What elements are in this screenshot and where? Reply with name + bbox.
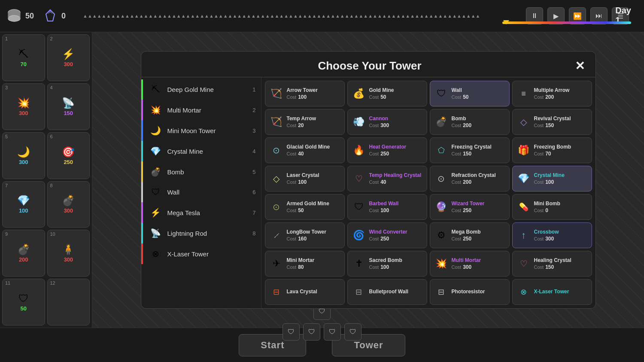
card-crossbow[interactable]: ↑ Crossbow Cost 300 xyxy=(512,222,592,248)
sidebar-slot-10[interactable]: 10 🧍 300 xyxy=(47,230,90,277)
card-name-multiple-arrow: Multiple Arrow xyxy=(534,87,570,94)
card-icon-freezing-crystal: ⬠ xyxy=(434,146,448,155)
slot-icon-6: 🎯 xyxy=(62,146,75,158)
slot-cost-4: 150 xyxy=(64,110,73,116)
card-icon-longbow-tower: ⟋ xyxy=(270,231,283,240)
card-heat-generator[interactable]: 🔥 Heat Generator Cost 250 xyxy=(347,137,427,163)
sidebar-slot-8[interactable]: 8 💣 300 xyxy=(47,181,90,228)
card-icon-wind-converter: 🌀 xyxy=(352,230,366,241)
card-longbow-tower[interactable]: ⟋ LongBow Tower Cost 160 xyxy=(265,222,345,248)
slot-icon-1: ⛏ xyxy=(18,48,29,60)
card-healing-crystal[interactable]: ♡ Healing Crystal Cost 150 xyxy=(512,251,592,277)
card-icon-glacial-gold-mine: ⊙ xyxy=(270,145,283,155)
card-freezing-bomb[interactable]: 🎁 Freezing Bomb Cost 70 xyxy=(512,137,592,163)
card-name-wall: Wall xyxy=(452,87,469,94)
list-item-x-laser[interactable]: ⊗ X-Laser Tower xyxy=(141,243,261,264)
list-item-mega-tesla[interactable]: ⚡ Mega Tesla 7 xyxy=(141,202,261,223)
sidebar-slot-3[interactable]: 3 💥 300 xyxy=(2,83,45,130)
card-icon-wizard-tower: 🔮 xyxy=(434,201,448,213)
sidebar-slot-12[interactable]: 12 xyxy=(47,279,90,325)
svg-point-2 xyxy=(8,15,20,21)
list-item-multi-mortar[interactable]: 💥 Multi Mortar 2 xyxy=(141,100,261,120)
card-name-freezing-bomb: Freezing Bomb xyxy=(534,144,571,151)
slot-icon-8: 💣 xyxy=(62,195,75,207)
slot-icon-5: 🌙 xyxy=(17,146,30,158)
card-icon-mini-mortar: ✈ xyxy=(270,258,283,269)
slot-num-1: 1 xyxy=(5,36,8,41)
card-icon-heat-generator: 🔥 xyxy=(352,145,366,156)
card-refraction-crystal[interactable]: ⊙ Refraction Crystal Cost 200 xyxy=(430,166,510,192)
card-mega-bomb[interactable]: ⚙ Mega Bomb Cost 250 xyxy=(430,222,510,248)
card-mini-mortar[interactable]: ✈ Mini Mortar Cost 80 xyxy=(265,251,345,277)
sidebar-slot-6[interactable]: 6 🎯 250 xyxy=(47,132,90,179)
list-icon-x-laser: ⊗ xyxy=(149,249,162,259)
list-name-mini-moon: Mini Moon Tower xyxy=(167,127,216,134)
crystal-icon xyxy=(43,8,58,24)
card-name-heat-generator: Heat Generator xyxy=(369,144,407,151)
card-arrow-tower[interactable]: 🏹 Arrow Tower Cost 100 xyxy=(265,81,345,106)
card-icon-laser-crystal: ◇ xyxy=(270,173,283,184)
list-name-wall: Wall xyxy=(167,189,180,196)
card-temp-healing-crystal[interactable]: ♡ Temp Healing Crystal Cost 40 xyxy=(347,166,427,192)
sidebar-slot-7[interactable]: 7 💎 100 xyxy=(2,181,45,228)
card-cannon[interactable]: 💨 Cannon Cost 300 xyxy=(347,109,427,135)
card-barbed-wall[interactable]: 🛡 Barbed Wall Cost 100 xyxy=(347,194,427,220)
sidebar-slot-2[interactable]: 2 ⚡ 300 xyxy=(47,34,90,81)
card-name-x-laser-tower: X-Laser Tower xyxy=(534,289,569,295)
card-mini-bomb[interactable]: 💊 Mini Bomb Cost 0 xyxy=(512,194,592,220)
list-icon-lightning-rod: 📡 xyxy=(149,228,162,238)
card-icon-crystal-mine: 💎 xyxy=(517,173,531,184)
list-item-mini-moon[interactable]: 🌙 Mini Moon Tower 3 xyxy=(141,120,261,141)
day-bar xyxy=(502,20,631,25)
list-item-wall[interactable]: 🛡 Wall 6 xyxy=(141,182,261,202)
card-wall[interactable]: 🛡 Wall Cost 50 xyxy=(430,81,510,106)
sidebar-slot-1[interactable]: 1 ⛏ 70 xyxy=(2,34,45,81)
list-item-deep-gold-mine[interactable]: ⛏ Deep Gold Mine 1 xyxy=(141,79,261,100)
card-icon-barbed-wall: 🛡 xyxy=(352,201,366,213)
card-name-temp-healing-crystal: Temp Healing Crystal xyxy=(369,172,422,179)
card-name-laser-crystal: Laser Crystal xyxy=(287,172,319,179)
card-name-crystal-mine: Crystal Mine xyxy=(534,172,565,179)
slot-num-10: 10 xyxy=(50,231,55,237)
list-icon-wall: 🛡 xyxy=(149,187,162,197)
list-icon-mega-tesla: ⚡ xyxy=(149,207,162,218)
slot-cost-8: 300 xyxy=(64,207,73,214)
card-name-wizard-tower: Wizard Tower xyxy=(452,201,485,207)
modal-close-button[interactable]: ✕ xyxy=(575,60,585,72)
card-glacial-gold-mine[interactable]: ⊙ Glacial Gold Mine Cost 40 xyxy=(265,137,345,163)
list-num-6: 6 xyxy=(252,189,255,195)
card-multi-mortar[interactable]: 💥 Multi Mortar Cost 300 xyxy=(430,251,510,277)
slot-icon-4: 📡 xyxy=(62,97,75,109)
card-photoresistor[interactable]: ⊟ Photoresistor xyxy=(430,279,510,305)
card-name-longbow-tower: LongBow Tower xyxy=(287,229,326,236)
card-wizard-tower[interactable]: 🔮 Wizard Tower Cost 250 xyxy=(430,194,510,220)
card-freezing-crystal[interactable]: ⬠ Freezing Crystal Cost 150 xyxy=(430,137,510,163)
card-sacred-bomb[interactable]: ✝ Sacred Bomb Cost 100 xyxy=(347,251,427,277)
card-multiple-arrow[interactable]: ≡ Multiple Arrow Cost 200 xyxy=(512,81,592,106)
slot-num-7: 7 xyxy=(5,183,8,188)
card-bomb[interactable]: 💣 Bomb Cost 200 xyxy=(430,109,510,135)
sidebar: 1 ⛏ 70 2 ⚡ 300 3 💥 300 4 📡 150 5 🌙 300 6… xyxy=(0,32,92,328)
card-armed-gold-mine[interactable]: ⊙ Armed Gold Mine Cost 50 xyxy=(265,194,345,220)
slot-num-4: 4 xyxy=(50,85,53,90)
card-lava-crystal[interactable]: ⊟ Lava Crystal xyxy=(265,279,345,305)
slot-cost-5: 300 xyxy=(19,159,28,165)
card-wind-converter[interactable]: 🌀 Wind Converter Cost 250 xyxy=(347,222,427,248)
card-bulletproof-wall[interactable]: ⊟ Bulletproof Wall xyxy=(347,279,427,305)
card-laser-crystal[interactable]: ◇ Laser Crystal Cost 100 xyxy=(265,166,345,192)
card-gold-mine[interactable]: 💰 Gold Mine Cost 50 xyxy=(347,81,427,106)
card-revival-crystal[interactable]: ◇ Revival Crystal Cost 150 xyxy=(512,109,592,135)
sidebar-slot-11[interactable]: 11 🛡 50 xyxy=(2,279,45,325)
gold-icon xyxy=(6,8,22,24)
list-item-bomb[interactable]: 💣 Bomb 5 xyxy=(141,161,261,182)
card-x-laser-tower[interactable]: ⊗ X-Laser Tower xyxy=(512,279,592,305)
sidebar-slot-5[interactable]: 5 🌙 300 xyxy=(2,132,45,179)
card-temp-arrow[interactable]: 🏹 Temp Arrow Cost 20 xyxy=(265,109,345,135)
card-crystal-mine[interactable]: 💎 Crystal Mine Cost 100 xyxy=(512,166,592,192)
sidebar-slot-4[interactable]: 4 📡 150 xyxy=(47,83,90,130)
list-item-lightning-rod[interactable]: 📡 Lightning Rod 8 xyxy=(141,223,261,243)
sidebar-slot-9[interactable]: 9 💣 200 xyxy=(2,230,45,277)
list-item-crystal-mine[interactable]: 💎 Crystal Mine 4 xyxy=(141,141,261,161)
modal-header: Choose Your Tower ✕ xyxy=(141,52,595,77)
list-icon-deep-gold-mine: ⛏ xyxy=(149,85,162,94)
